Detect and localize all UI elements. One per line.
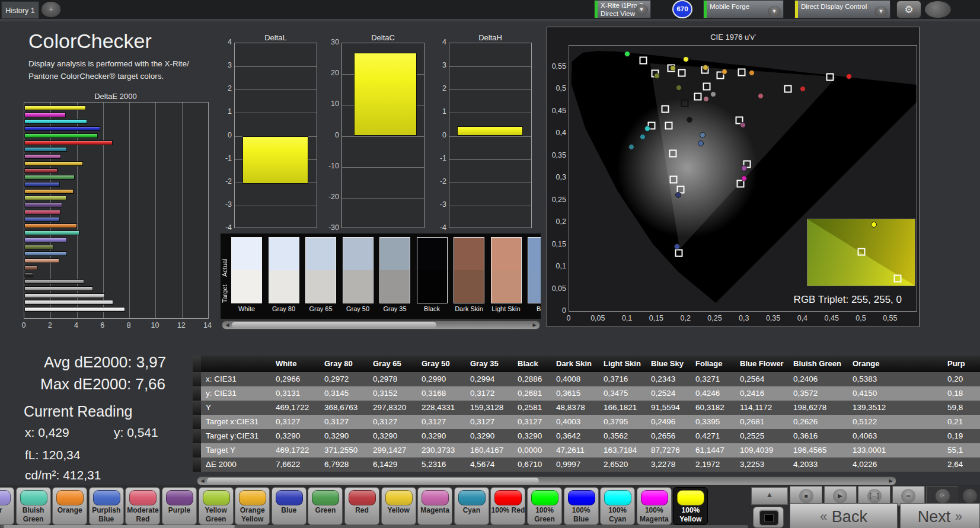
patch-button-label: Orange: [53, 506, 87, 515]
table-cell: 166,1821: [599, 401, 646, 415]
patch-button-ver[interactable]: ver: [0, 487, 14, 525]
target-swatch: [491, 270, 521, 303]
patch-button-orange-yellow[interactable]: Orange Yellow: [235, 487, 270, 525]
table-cell: 0,4063: [848, 429, 943, 443]
patch-button-100-magenta[interactable]: 100% Magenta: [637, 487, 672, 525]
cie-x-tick: 0,3: [733, 314, 755, 322]
delta-bar: [354, 53, 417, 136]
table-cell: Foliage: [691, 356, 735, 372]
cie-y-tick: 0,5: [547, 84, 566, 92]
chevron-down-icon[interactable]: ▼: [768, 6, 781, 17]
table-cell: Gray 50: [417, 356, 465, 372]
max-de2000: Max dE2000: 7,66: [40, 375, 165, 393]
row-stub: [193, 372, 201, 386]
window-mode-button[interactable]: [753, 507, 784, 528]
next-button[interactable]: Next »: [900, 503, 980, 528]
patch-button-100-yellow[interactable]: 100% Yellow: [673, 487, 708, 525]
patch-button-purplish-blue[interactable]: Purplish Blue: [89, 487, 124, 525]
reading-cdm2: cd/m²: 412,31: [25, 468, 101, 482]
delta-tick: -3: [431, 200, 446, 209]
patch-button-label: Purple: [162, 506, 196, 515]
add-tab-button[interactable]: +: [42, 2, 60, 17]
deltae-bar: [24, 265, 37, 270]
patch-button-yellow[interactable]: Yellow: [381, 487, 416, 525]
patch-swatch: [343, 237, 374, 303]
patch-color-swatch: [239, 490, 266, 505]
table-cell: 0,2525: [735, 429, 789, 443]
patch-button-red[interactable]: Red: [344, 487, 379, 525]
patch-button-moderate-red[interactable]: Moderate Red: [125, 487, 160, 525]
gridline: [235, 113, 317, 113]
table-cell: 60,3182: [691, 401, 735, 415]
patch-button-100-green[interactable]: 100% Green: [527, 487, 562, 525]
back-button[interactable]: « Back: [790, 503, 898, 528]
table-cell: 297,8320: [368, 401, 417, 415]
patch-button-label: 100% Green: [528, 506, 561, 524]
patch-button-100-red[interactable]: 100% Red: [490, 487, 525, 525]
inset-square-marker: [894, 275, 902, 283]
table-cell: 6,7928: [320, 457, 368, 472]
patch-button-cyan[interactable]: Cyan: [454, 487, 489, 525]
delta-bar: [242, 136, 308, 184]
deltae-bar: [24, 168, 58, 173]
patch-color-swatch: [166, 490, 193, 505]
cie-x-tick: 0,2: [675, 314, 696, 322]
cie-x-tick: 0,1: [617, 314, 638, 322]
table-cell: 0,3127: [465, 415, 513, 429]
deltae-bar: [24, 196, 66, 200]
table-scrollbar[interactable]: ◀ ▶: [197, 476, 896, 485]
patch-color-swatch: [641, 490, 668, 505]
measured-circle-marker: [749, 70, 755, 76]
panel-up-button[interactable]: ▲: [751, 487, 788, 505]
patch-button-label: Cyan: [455, 506, 489, 515]
cie-x-tick: 0,05: [587, 314, 608, 322]
gear-icon[interactable]: ⚙: [896, 1, 921, 18]
patch-button-magenta[interactable]: Magenta: [417, 487, 452, 525]
patch-bar-scrollbar[interactable]: [0, 525, 748, 528]
deltae-bar: [24, 307, 125, 312]
deltae-bar: [24, 231, 79, 235]
scroll-left-icon[interactable]: ◀: [198, 477, 207, 485]
patch-button-green[interactable]: Green: [308, 487, 343, 525]
table-row: ΔE 20007,66226,79286,14295,23164,56740,6…: [193, 457, 980, 472]
source-dropdown[interactable]: Mobile Forge ▼: [703, 0, 784, 18]
table-cell: 0,3716: [599, 372, 646, 386]
row-stub: [193, 356, 201, 372]
deltal-title: DeltaL: [234, 33, 317, 42]
table-cell: 87,7276: [646, 443, 691, 457]
table-cell: Target y:CIE31: [201, 429, 271, 443]
scrollbar-thumb[interactable]: [207, 478, 539, 484]
patch-button-yellow-green[interactable]: Yellow Green: [199, 487, 234, 525]
patch-button-purple[interactable]: Purple: [162, 487, 197, 525]
patch-color-swatch: [349, 490, 376, 505]
table-cell: Purp: [943, 356, 980, 372]
cie-x-tick: 0,25: [704, 314, 726, 322]
table-cell: x: CIE31: [201, 372, 271, 386]
patch-button-blue[interactable]: Blue: [272, 487, 307, 525]
scroll-left-icon[interactable]: ◀: [223, 321, 232, 329]
patch-color-swatch: [0, 490, 11, 505]
patch-button-100-blue[interactable]: 100% Blue: [564, 487, 599, 525]
swatch-label: Gray 35: [376, 305, 413, 312]
patch-button-bluish-green[interactable]: Bluish Green: [16, 487, 51, 525]
partial-toolbar-button[interactable]: [925, 1, 951, 18]
table-cell: 0,3642: [551, 429, 599, 443]
table-cell: 0,3290: [465, 429, 513, 443]
swatch-scrollbar[interactable]: ◀ ▶: [222, 321, 540, 329]
scroll-right-icon[interactable]: ▶: [530, 321, 539, 329]
table-cell: 0,3127: [513, 415, 551, 429]
patch-button-orange[interactable]: Orange: [52, 487, 87, 525]
table-cell: 114,1172: [735, 401, 789, 415]
scrollbar-thumb[interactable]: [4, 525, 235, 528]
deltae-bar: [24, 203, 62, 207]
patch-button-100-cyan[interactable]: 100% Cyan: [600, 487, 635, 525]
scrollbar-thumb[interactable]: [232, 322, 436, 328]
meter-dropdown[interactable]: X-Rite i1Pro 3Direct View ▼: [594, 0, 651, 18]
chevron-down-icon[interactable]: ▼: [874, 6, 888, 17]
chevron-down-icon[interactable]: ▼: [635, 4, 648, 15]
scroll-right-icon[interactable]: ▶: [886, 477, 895, 485]
display-control-dropdown[interactable]: Direct Display Control ▼: [794, 0, 890, 18]
table-cell: 2,1972: [691, 457, 735, 472]
tab-history-1[interactable]: History 1: [1, 1, 39, 19]
swatch-label: Black: [414, 305, 451, 312]
